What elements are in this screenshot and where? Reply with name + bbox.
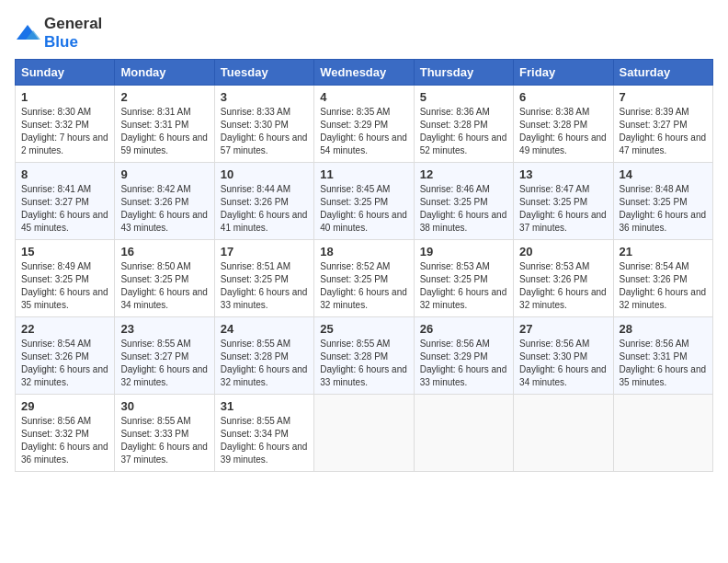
day-number: 17 <box>221 245 308 259</box>
calendar-cell: 21 Sunrise: 8:54 AMSunset: 3:26 PMDaylig… <box>613 240 712 317</box>
calendar-cell: 12 Sunrise: 8:46 AMSunset: 3:25 PMDaylig… <box>414 163 513 240</box>
day-number: 10 <box>221 167 308 181</box>
calendar-cell: 28 Sunrise: 8:56 AMSunset: 3:31 PMDaylig… <box>613 317 712 395</box>
day-number: 11 <box>320 167 407 181</box>
calendar-cell: 3 Sunrise: 8:33 AMSunset: 3:30 PMDayligh… <box>214 86 313 163</box>
day-number: 25 <box>320 322 407 336</box>
calendar-cell: 27 Sunrise: 8:56 AMSunset: 3:30 PMDaylig… <box>514 317 613 395</box>
day-number: 7 <box>620 90 707 104</box>
header-cell-wednesday: Wednesday <box>314 60 414 86</box>
calendar-cell: 13 Sunrise: 8:47 AMSunset: 3:25 PMDaylig… <box>514 163 613 240</box>
cell-info: Sunrise: 8:38 AMSunset: 3:28 PMDaylight:… <box>519 107 607 155</box>
calendar-cell: 29 Sunrise: 8:56 AMSunset: 3:32 PMDaylig… <box>16 395 115 472</box>
header-cell-monday: Monday <box>115 60 214 86</box>
calendar-cell: 30 Sunrise: 8:55 AMSunset: 3:33 PMDaylig… <box>115 395 214 472</box>
cell-info: Sunrise: 8:49 AMSunset: 3:25 PMDaylight:… <box>21 261 108 310</box>
calendar-cell <box>514 395 613 472</box>
calendar-cell: 9 Sunrise: 8:42 AMSunset: 3:26 PMDayligh… <box>115 163 214 240</box>
calendar-cell: 5 Sunrise: 8:36 AMSunset: 3:28 PMDayligh… <box>414 86 513 163</box>
day-number: 28 <box>620 322 707 336</box>
day-number: 9 <box>120 167 208 181</box>
cell-info: Sunrise: 8:55 AMSunset: 3:27 PMDaylight:… <box>120 339 208 387</box>
header-cell-friday: Friday <box>514 60 613 86</box>
cell-info: Sunrise: 8:51 AMSunset: 3:25 PMDaylight:… <box>221 261 308 310</box>
logo: General Blue <box>15 15 102 52</box>
day-number: 24 <box>221 322 308 336</box>
day-number: 23 <box>120 322 208 336</box>
day-number: 31 <box>221 399 308 413</box>
cell-info: Sunrise: 8:56 AMSunset: 3:30 PMDaylight:… <box>519 339 607 387</box>
day-number: 16 <box>120 245 208 259</box>
day-number: 27 <box>519 322 607 336</box>
cell-info: Sunrise: 8:44 AMSunset: 3:26 PMDaylight:… <box>221 184 308 233</box>
logo-blue: Blue <box>44 33 78 51</box>
header-cell-tuesday: Tuesday <box>214 60 313 86</box>
cell-info: Sunrise: 8:56 AMSunset: 3:32 PMDaylight:… <box>21 416 108 465</box>
calendar-cell <box>414 395 513 472</box>
header-cell-thursday: Thursday <box>414 60 513 86</box>
day-number: 14 <box>620 167 707 181</box>
cell-info: Sunrise: 8:56 AMSunset: 3:29 PMDaylight:… <box>420 339 507 387</box>
calendar-table: SundayMondayTuesdayWednesdayThursdayFrid… <box>15 59 713 472</box>
calendar-cell: 1 Sunrise: 8:30 AMSunset: 3:32 PMDayligh… <box>16 86 115 163</box>
calendar-header-row: SundayMondayTuesdayWednesdayThursdayFrid… <box>16 60 713 86</box>
week-row-5: 29 Sunrise: 8:56 AMSunset: 3:32 PMDaylig… <box>16 395 713 472</box>
calendar-cell <box>613 395 712 472</box>
day-number: 15 <box>21 245 108 259</box>
logo-icon <box>15 23 40 43</box>
logo-text: General Blue <box>44 15 102 52</box>
cell-info: Sunrise: 8:54 AMSunset: 3:26 PMDaylight:… <box>620 261 707 310</box>
calendar-cell <box>314 395 414 472</box>
week-row-4: 22 Sunrise: 8:54 AMSunset: 3:26 PMDaylig… <box>16 317 713 395</box>
cell-info: Sunrise: 8:41 AMSunset: 3:27 PMDaylight:… <box>21 184 108 233</box>
calendar-cell: 25 Sunrise: 8:55 AMSunset: 3:28 PMDaylig… <box>314 317 414 395</box>
day-number: 30 <box>120 399 208 413</box>
calendar-cell: 20 Sunrise: 8:53 AMSunset: 3:26 PMDaylig… <box>514 240 613 317</box>
calendar-cell: 6 Sunrise: 8:38 AMSunset: 3:28 PMDayligh… <box>514 86 613 163</box>
calendar-cell: 23 Sunrise: 8:55 AMSunset: 3:27 PMDaylig… <box>115 317 214 395</box>
calendar-cell: 18 Sunrise: 8:52 AMSunset: 3:25 PMDaylig… <box>314 240 414 317</box>
cell-info: Sunrise: 8:55 AMSunset: 3:28 PMDaylight:… <box>320 339 407 387</box>
cell-info: Sunrise: 8:55 AMSunset: 3:34 PMDaylight:… <box>221 416 308 465</box>
calendar-cell: 19 Sunrise: 8:53 AMSunset: 3:25 PMDaylig… <box>414 240 513 317</box>
cell-info: Sunrise: 8:53 AMSunset: 3:25 PMDaylight:… <box>420 261 507 310</box>
day-number: 19 <box>420 245 507 259</box>
cell-info: Sunrise: 8:52 AMSunset: 3:25 PMDaylight:… <box>320 261 407 310</box>
calendar-cell: 2 Sunrise: 8:31 AMSunset: 3:31 PMDayligh… <box>115 86 214 163</box>
calendar-cell: 24 Sunrise: 8:55 AMSunset: 3:28 PMDaylig… <box>214 317 313 395</box>
day-number: 22 <box>21 322 108 336</box>
calendar-cell: 17 Sunrise: 8:51 AMSunset: 3:25 PMDaylig… <box>214 240 313 317</box>
cell-info: Sunrise: 8:31 AMSunset: 3:31 PMDaylight:… <box>120 107 208 155</box>
cell-info: Sunrise: 8:55 AMSunset: 3:28 PMDaylight:… <box>221 339 308 387</box>
cell-info: Sunrise: 8:47 AMSunset: 3:25 PMDaylight:… <box>519 184 607 233</box>
calendar-cell: 31 Sunrise: 8:55 AMSunset: 3:34 PMDaylig… <box>214 395 313 472</box>
calendar-cell: 11 Sunrise: 8:45 AMSunset: 3:25 PMDaylig… <box>314 163 414 240</box>
cell-info: Sunrise: 8:30 AMSunset: 3:32 PMDaylight:… <box>21 107 108 155</box>
day-number: 26 <box>420 322 507 336</box>
day-number: 5 <box>420 90 507 104</box>
day-number: 3 <box>221 90 308 104</box>
day-number: 20 <box>519 245 607 259</box>
cell-info: Sunrise: 8:54 AMSunset: 3:26 PMDaylight:… <box>21 339 108 387</box>
header-cell-saturday: Saturday <box>613 60 712 86</box>
calendar-cell: 16 Sunrise: 8:50 AMSunset: 3:25 PMDaylig… <box>115 240 214 317</box>
day-number: 13 <box>519 167 607 181</box>
cell-info: Sunrise: 8:39 AMSunset: 3:27 PMDaylight:… <box>620 107 707 155</box>
logo-general: General <box>44 15 102 32</box>
calendar-cell: 8 Sunrise: 8:41 AMSunset: 3:27 PMDayligh… <box>16 163 115 240</box>
header-cell-sunday: Sunday <box>16 60 115 86</box>
day-number: 4 <box>320 90 407 104</box>
cell-info: Sunrise: 8:50 AMSunset: 3:25 PMDaylight:… <box>120 261 208 310</box>
cell-info: Sunrise: 8:46 AMSunset: 3:25 PMDaylight:… <box>420 184 507 233</box>
day-number: 8 <box>21 167 108 181</box>
day-number: 12 <box>420 167 507 181</box>
week-row-1: 1 Sunrise: 8:30 AMSunset: 3:32 PMDayligh… <box>16 86 713 163</box>
calendar-cell: 10 Sunrise: 8:44 AMSunset: 3:26 PMDaylig… <box>214 163 313 240</box>
cell-info: Sunrise: 8:35 AMSunset: 3:29 PMDaylight:… <box>320 107 407 155</box>
day-number: 29 <box>21 399 108 413</box>
cell-info: Sunrise: 8:45 AMSunset: 3:25 PMDaylight:… <box>320 184 407 233</box>
cell-info: Sunrise: 8:36 AMSunset: 3:28 PMDaylight:… <box>420 107 507 155</box>
cell-info: Sunrise: 8:55 AMSunset: 3:33 PMDaylight:… <box>120 416 208 465</box>
day-number: 18 <box>320 245 407 259</box>
day-number: 2 <box>120 90 208 104</box>
